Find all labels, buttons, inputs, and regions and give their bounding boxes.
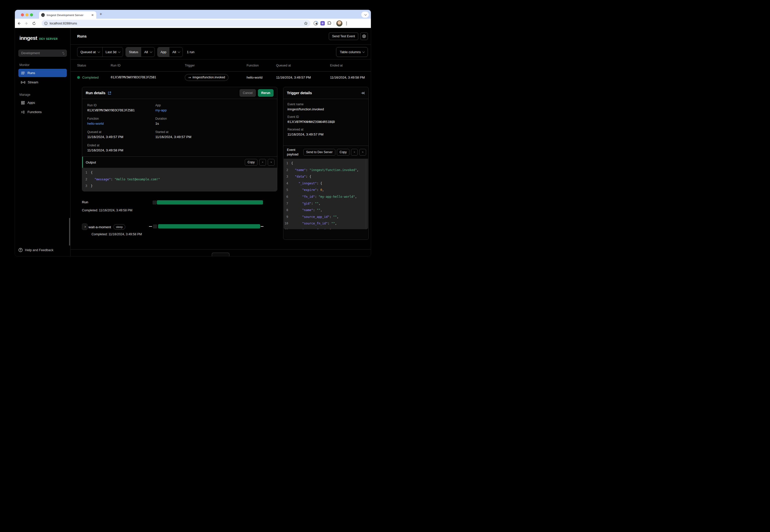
clipped-bottom-button[interactable] <box>212 253 230 256</box>
word-wrap-button[interactable] <box>351 149 358 156</box>
extensions-puzzle-icon[interactable] <box>327 21 332 26</box>
copy-output-button[interactable]: Copy <box>245 159 258 166</box>
code-scrollbar[interactable] <box>366 159 368 229</box>
timeline-bar[interactable] <box>158 224 260 228</box>
code-line: 10 "source_fn_id": "", <box>284 220 368 227</box>
url-bar[interactable]: localhost:8288/runs <box>42 20 310 27</box>
trigger-details-panel: Trigger details Event name inngest/funct… <box>283 87 369 240</box>
run-fields: Run ID 01JCVBTMV3WXY9D3CFDEJFZSB1 App my… <box>82 99 277 157</box>
chevron-down-icon <box>150 50 152 53</box>
sidebar-item-stream[interactable]: Stream <box>18 78 67 86</box>
new-tab-button[interactable]: + <box>100 12 102 16</box>
table-row[interactable]: Completed 01JCVBTMV3WXY9D3CFDEJFZSB1 «● … <box>71 72 371 83</box>
rerun-button[interactable]: Rerun <box>258 89 274 97</box>
line-number: 11 <box>284 227 291 229</box>
app-filter-value[interactable]: All <box>169 47 182 57</box>
run-id-cell: 01JCVBTMV3WXY9D3CFDEJFZSB1 <box>111 76 185 79</box>
settings-button[interactable] <box>360 32 368 40</box>
password-manager-icon[interactable] <box>313 21 318 26</box>
time-field-dropdown[interactable]: Queued at <box>77 47 102 57</box>
browser-tab[interactable]: Inngest Development Server ✕ <box>39 11 96 19</box>
output-title: Output <box>86 160 96 164</box>
code-content: "_inngest": { <box>291 180 322 187</box>
step-name: wait-a-moment <box>88 225 111 229</box>
status-filter-value[interactable]: All <box>141 47 154 57</box>
reload-icon[interactable] <box>32 21 40 25</box>
line-number: 8 <box>284 207 291 214</box>
status-filter[interactable]: Status All <box>125 47 154 57</box>
browser-extension-icon[interactable] <box>321 21 325 25</box>
scroll-down-icon <box>362 150 363 154</box>
send-to-dev-server-button[interactable]: Send to Dev Server <box>303 149 335 156</box>
output-code[interactable]: 1{2 "message": "Hello test@example.com!"… <box>82 168 277 191</box>
window-close-button[interactable] <box>21 13 24 16</box>
back-icon[interactable] <box>17 21 24 25</box>
timeline-bar[interactable] <box>157 200 263 205</box>
app-filter[interactable]: App All <box>157 47 183 57</box>
cancel-button[interactable]: Cancel <box>240 89 256 97</box>
window-minimize-button[interactable] <box>25 13 28 16</box>
code-content: "fn_id": "my-app-hello-world", <box>291 193 357 200</box>
stream-icon <box>21 80 25 84</box>
code-line: 11 "source_fn_v": 0, <box>284 227 368 229</box>
collapse-panel-icon[interactable] <box>361 91 365 95</box>
tabstrip-chevron-icon[interactable] <box>361 12 369 18</box>
expand-step-button[interactable] <box>82 223 87 230</box>
app-link[interactable]: my-app <box>155 108 272 112</box>
apps-icon <box>21 101 25 105</box>
table-columns-button[interactable]: Table columns <box>336 47 368 57</box>
step-type-badge: sleep <box>113 224 125 230</box>
runs-icon <box>21 71 25 75</box>
bookmark-star-icon[interactable] <box>304 21 308 25</box>
sidebar-section-manage: Manage <box>19 93 66 96</box>
forward-icon[interactable] <box>24 21 32 25</box>
open-external-icon[interactable] <box>108 91 111 95</box>
output-section-header: Output Copy <box>82 156 277 168</box>
timeline-queue-segment <box>152 201 156 205</box>
time-filter[interactable]: Queued at Last 3d <box>77 47 123 57</box>
send-test-event-button[interactable]: Send Test Event <box>329 32 358 40</box>
word-wrap-button[interactable] <box>259 159 266 166</box>
tab-close-icon[interactable]: ✕ <box>91 13 94 17</box>
scroll-to-bottom-button[interactable] <box>359 149 366 156</box>
profile-avatar[interactable] <box>336 20 342 26</box>
main-content: Runs Send Test Event Queued at <box>71 28 371 256</box>
output-accent-bar <box>82 157 83 168</box>
timeline-row-run[interactable]: Run Completed: 11/16/2024, 3:49:58 PM <box>82 200 277 224</box>
timeline-row-step[interactable]: wait-a-moment sleep Completed: 11/16/202… <box>82 224 277 248</box>
scroll-to-bottom-button[interactable] <box>268 159 275 166</box>
sidebar-scrollbar[interactable] <box>69 218 70 246</box>
line-number: 3 <box>82 183 91 189</box>
line-number: 3 <box>284 173 291 180</box>
trigger-pill[interactable]: «● inngest/function.invoked <box>185 74 229 81</box>
site-info-icon[interactable] <box>44 22 48 25</box>
time-range-dropdown[interactable]: Last 3d <box>103 47 123 57</box>
inngest-app: inngest DEV SERVER Development Monitor R… <box>15 28 371 256</box>
sidebar-item-apps[interactable]: Apps <box>18 98 67 107</box>
function-link[interactable]: hello-world <box>87 122 155 125</box>
code-content: { <box>291 160 293 167</box>
environment-select[interactable]: Development <box>18 50 67 57</box>
chevron-down-icon <box>178 50 180 53</box>
field-started-at: Started at 11/16/2024, 3:49:57 PM <box>155 130 272 144</box>
field-app: App my-app <box>155 104 272 117</box>
code-line: 4 "_inngest": { <box>284 180 368 187</box>
code-content: "message": "Hello test@example.com!" <box>91 176 160 183</box>
window-zoom-button[interactable] <box>30 13 33 16</box>
help-and-feedback[interactable]: Help and Feedback <box>18 248 53 252</box>
sidebar-item-functions[interactable]: Functions <box>18 108 67 116</box>
bottom-separator <box>71 249 371 250</box>
copy-payload-button[interactable]: Copy <box>337 149 349 156</box>
trigger-details-title: Trigger details <box>287 91 312 95</box>
queued-at-cell: 11/16/2024, 3:49:57 PM <box>276 76 330 79</box>
browser-menu-icon[interactable] <box>345 22 348 25</box>
sidebar-item-label: Stream <box>28 80 38 84</box>
url-text[interactable]: localhost:8288/runs <box>50 22 302 25</box>
line-number: 7 <box>284 200 291 207</box>
event-payload-code[interactable]: 1{2 "name": "inngest/function.invoked",3… <box>284 159 368 229</box>
code-content: "name": "", <box>291 207 322 214</box>
field-duration: Duration 1s <box>155 117 272 130</box>
sidebar-item-runs[interactable]: Runs <box>18 69 67 77</box>
runs-header: Runs Send Test Event <box>71 28 371 45</box>
code-line: 7 "gid": "", <box>284 200 368 207</box>
